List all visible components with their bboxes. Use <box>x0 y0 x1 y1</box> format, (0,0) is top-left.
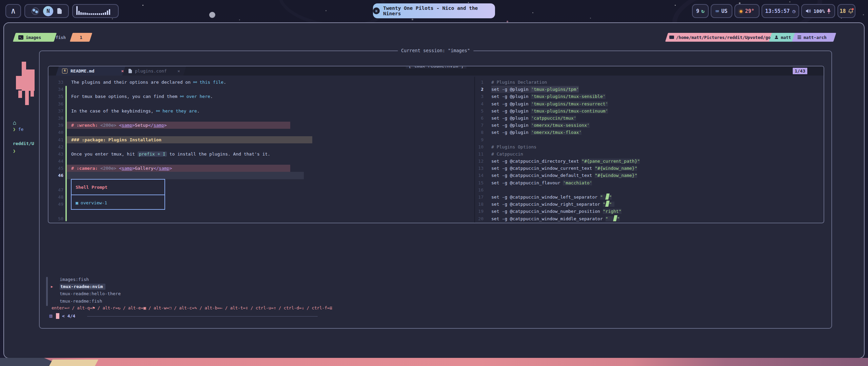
markdown-link[interactable]: ⚯ here they are <box>156 108 197 114</box>
code-text: 'tmux-plugins/tmux-sensible' <box>531 94 605 99</box>
code-text: set -g @plugin <box>491 123 531 128</box>
app-switcher[interactable]: N <box>24 4 69 18</box>
notifications-widget[interactable]: 18 <box>837 4 855 18</box>
tmux-tab-index[interactable]: 1 <box>71 33 91 42</box>
code-text: # :camera: <box>71 166 100 171</box>
line-number: 17 <box>476 194 484 201</box>
prompt-chevron-icon: ❯ <box>13 148 16 154</box>
keyboard-icon: ⌨ <box>715 8 719 15</box>
code-text: ### :package: Plugins Installation <box>71 137 161 142</box>
updates-widget[interactable]: 9 ↻ <box>692 4 709 18</box>
line-number: 50 <box>56 215 63 222</box>
wallpaper-shape <box>49 360 98 366</box>
code-text: </ <box>148 123 154 128</box>
visualizer-bar <box>103 13 104 15</box>
editor-line: 15set -g @catppuccin_flavour 'macchiato' <box>476 179 822 186</box>
markdown-link[interactable]: ⚯ over here <box>180 94 210 99</box>
code-text: set -g @plugin <box>491 116 531 121</box>
server-icon <box>797 36 801 39</box>
buffer-tab-readme[interactable]: M README.md × <box>57 66 129 76</box>
code-text: "#{window_name}" <box>595 173 637 178</box>
line-number: 37 <box>56 107 63 115</box>
status-path-segment: /home/matt/Pictures/reddit/Upvoted/gojir… <box>667 33 773 42</box>
bell-icon <box>848 8 853 14</box>
launcher-button[interactable]: Λ <box>5 4 21 18</box>
code-text: > <box>132 166 135 171</box>
weather-widget[interactable]: ● 29° <box>734 4 760 18</box>
updates-count: 9 <box>696 8 699 14</box>
selected-pointer-icon: ▶ <box>51 285 60 288</box>
editor-line: 17set -g @catppuccin_window_left_separat… <box>476 194 822 201</box>
browser-icon[interactable] <box>32 7 39 15</box>
markdown-link[interactable]: ⚯ this file <box>193 80 223 85</box>
editor-line: 40 <box>56 129 473 136</box>
line-number: 11 <box>476 150 484 158</box>
line-number: 49 <box>56 201 63 208</box>
shell-prompt-line: ❯ fe <box>13 127 23 132</box>
close-icon[interactable]: × <box>121 68 124 74</box>
line-number: 39 <box>56 122 63 129</box>
wallpaper-stars <box>142 5 143 6</box>
search-input-cursor[interactable] <box>56 313 59 319</box>
visualizer-bar <box>99 13 100 15</box>
code-text: . <box>223 80 226 85</box>
code-text: # Plugins Options <box>491 144 536 149</box>
now-playing-widget[interactable]: ≋ Twenty One Pilots - Nico and the Niner… <box>373 3 495 18</box>
line-number: 13 <box>476 165 484 172</box>
neovim-icon[interactable]: N <box>43 6 53 16</box>
spotify-icon: ≋ <box>373 7 380 14</box>
session-list: images:fish▶tmux-readme:nvimtmux-readme:… <box>51 276 424 305</box>
editor-line: 20set -g @catppuccin_window_middle_separ… <box>476 215 822 222</box>
code-text: 'tmux-plugins/tpm' <box>531 87 579 92</box>
close-icon[interactable]: × <box>177 68 180 74</box>
clock-icon: ◷ <box>792 8 795 14</box>
code-text: prefix + I <box>138 151 167 157</box>
line-number: 15 <box>476 179 484 186</box>
editor-line: 43Once you enter tmux, hit prefix + I to… <box>56 150 473 158</box>
microphone-icon <box>827 8 831 14</box>
notes-icon[interactable] <box>57 8 62 14</box>
moon <box>209 12 215 18</box>
editor-line: 19set -g @catppuccin_window_number_posit… <box>476 208 822 215</box>
volume-widget[interactable]: 100% <box>801 4 835 18</box>
line-number: 19 <box>476 208 484 215</box>
clock-widget[interactable]: 13:55:57 ◷ <box>762 4 799 18</box>
editor-line: 10# Plugins Options <box>476 143 822 150</box>
code-text: to install the plugins. And that's it. <box>167 151 270 157</box>
editor-line: 3set -g @plugin 'tmux-plugins/tmux-sensi… <box>476 93 822 100</box>
keyboard-layout-widget[interactable]: ⌨ US <box>711 4 732 18</box>
code-text: " <box>600 195 606 200</box>
markdown-table: Shell Prompt ▣ overview-1 <box>71 179 165 210</box>
code-text: " <box>606 216 613 221</box>
session-item[interactable]: tmux-readme:fish <box>51 298 424 305</box>
code-text: set -g @catppuccin_window_right_separato… <box>491 202 603 207</box>
desktop: Λ N ≋ Twenty One Pilots - Nico and the N… <box>0 0 868 366</box>
code-text: 'omerxx/tmux-floax' <box>531 130 581 135</box>
list-scrollbar[interactable] <box>46 277 48 306</box>
editor-line: 2set -g @plugin 'tmux-plugins/tpm' <box>476 86 822 93</box>
line-number: 16 <box>476 186 484 194</box>
session-item[interactable]: ▶tmux-readme:nvim <box>51 283 424 290</box>
current-path: /home/matt/Pictures/reddit/Upvoted/gojir… <box>676 35 770 40</box>
file-icon <box>129 69 132 73</box>
line-number: 48 <box>56 194 63 201</box>
buffer-tab-plugins[interactable]: plugins.conf × <box>124 66 185 76</box>
visualizer-bar <box>91 13 92 15</box>
code-text: <200e> <box>100 123 119 128</box>
editor-line: 50 <box>56 215 473 222</box>
tmux-tab-images[interactable]: >_ images <box>14 33 55 42</box>
editor-line: 9 <box>476 136 822 143</box>
editor-line: 14set -g @catppuccin_window_default_text… <box>476 172 822 179</box>
session-item[interactable]: tmux-readme:hello-there <box>51 290 424 297</box>
line-number: 7 <box>476 122 484 129</box>
editor-line: 6set -g @plugin 'catppuccin/tmux' <box>476 115 822 122</box>
line-number: 46 <box>56 172 63 179</box>
code-text: . <box>210 94 213 99</box>
line-number: 47 <box>56 186 63 194</box>
table-body-cell: ▣ overview-1 <box>72 195 164 210</box>
tmux-tab-fish[interactable]: fish <box>52 33 70 42</box>
preview-title: [ tmux-readme:nvim ] <box>406 66 467 68</box>
line-number: 9 <box>476 136 484 143</box>
visualizer-bar <box>76 6 78 15</box>
session-item[interactable]: images:fish <box>51 276 424 283</box>
